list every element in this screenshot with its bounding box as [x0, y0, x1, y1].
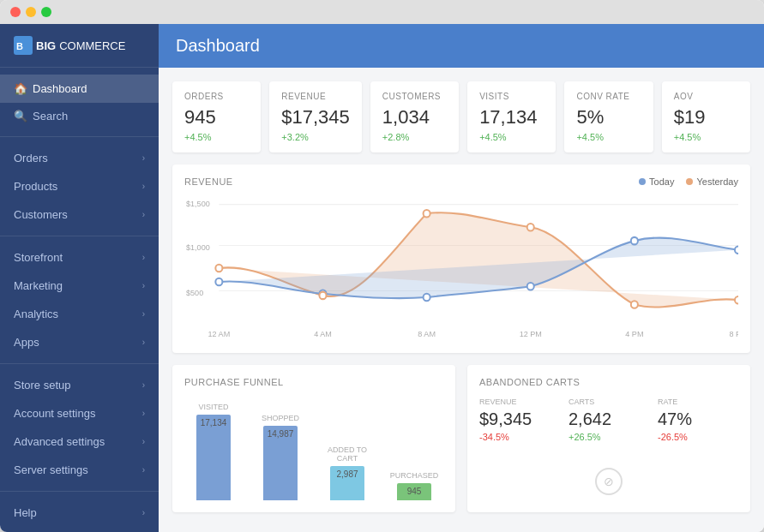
svg-point-13 [735, 247, 738, 254]
ab-carts-label: CARTS [568, 398, 649, 406]
chevron-right-icon: › [142, 437, 145, 446]
stats-row: ORDERS 945 +4.5% REVENUE $17,345 +3.2% C… [172, 81, 750, 152]
chevron-right-icon: › [142, 182, 145, 191]
sidebar-item-help[interactable]: Help › [0, 499, 159, 527]
chevron-right-icon: › [142, 281, 145, 290]
chevron-right-icon: › [142, 465, 145, 475]
orders-stat-value: 945 [184, 106, 249, 129]
sidebar-item-server-settings[interactable]: Server settings › [0, 456, 159, 484]
sidebar-item-orders[interactable]: Orders › [0, 144, 159, 172]
aov-stat-change: +4.5% [674, 132, 738, 142]
svg-point-10 [424, 294, 430, 302]
sidebar-item-advanced-settings[interactable]: Advanced settings › [0, 427, 159, 456]
chevron-right-icon: › [142, 380, 145, 390]
svg-text:8 PM: 8 PM [729, 329, 738, 338]
funnel-added-val: 2,987 [336, 469, 358, 479]
sidebar-item-storefront[interactable]: Storefront › [0, 243, 159, 272]
chevron-right-icon: › [142, 210, 145, 219]
revenue-chart-title: REVENUE [184, 176, 233, 187]
svg-point-18 [631, 301, 638, 308]
revenue-stat-value: $17,345 [281, 106, 350, 129]
abandoned-stat-rate: RATE 47% -26.5% [658, 398, 738, 442]
ab-revenue-label: REVENUE [479, 398, 560, 406]
orders-stat-change: +4.5% [184, 132, 249, 142]
sidebar-item-dashboard[interactable]: 🏠 Dashboard [0, 75, 159, 103]
revenue-stat-label: REVENUE [281, 92, 350, 101]
conv-rate-stat-change: +4.5% [576, 132, 641, 142]
sidebar-item-store-setup[interactable]: Store setup › [0, 371, 159, 399]
nav-divider-2 [0, 236, 159, 236]
legend-today: Today [639, 176, 674, 187]
abandoned-title: ABANDONED CARTS [479, 377, 738, 387]
chevron-right-icon: › [142, 409, 145, 418]
customers-stat-label: CUSTOMERS [382, 92, 447, 101]
sidebar-item-account-settings[interactable]: Account settings › [0, 399, 159, 427]
bottom-row: PURCHASE FUNNEL VISITED 17,134 [172, 365, 750, 512]
aov-stat-value: $19 [674, 106, 738, 129]
sidebar-search[interactable]: 🔍 Search [0, 103, 159, 129]
sidebar-item-customers[interactable]: Customers › [0, 200, 159, 229]
aov-stat-label: AOV [674, 92, 738, 101]
funnel-visited-label: VISITED [198, 403, 228, 411]
svg-point-14 [215, 265, 222, 272]
abandoned-stat-revenue: REVENUE $9,345 -34.5% [479, 398, 560, 442]
funnel-visited-bar: 17,134 [196, 415, 231, 500]
dashboard-icon: 🏠 [14, 82, 27, 95]
storefront-label: Storefront [14, 251, 63, 264]
sidebar-item-apps[interactable]: Apps › [0, 328, 159, 356]
nav-divider-3 [0, 363, 159, 364]
visits-stat-label: VISITS [479, 92, 544, 101]
ab-revenue-change: -34.5% [479, 432, 560, 442]
logo-commerce-text: COMMERCE [59, 39, 125, 52]
chevron-right-icon: › [142, 309, 145, 319]
svg-text:4 PM: 4 PM [625, 329, 643, 338]
advanced-settings-label: Advanced settings [14, 435, 105, 448]
svg-point-15 [319, 292, 326, 300]
close-dot[interactable] [10, 7, 21, 17]
ab-carts-value: 2,642 [568, 409, 649, 429]
main-body: ORDERS 945 +4.5% REVENUE $17,345 +3.2% C… [159, 68, 764, 532]
sidebar-navigation: 🏠 Dashboard 🔍 Search Orders › Products › [0, 68, 159, 532]
svg-text:12 PM: 12 PM [520, 329, 542, 338]
abandoned-cart-icon: ⊘ [595, 468, 623, 495]
sidebar-item-view-store[interactable]: View store ↗ [0, 527, 159, 532]
search-icon: 🔍 [14, 110, 27, 123]
visits-stat-change: +4.5% [479, 132, 544, 142]
svg-point-11 [527, 283, 534, 290]
svg-text:8 AM: 8 AM [418, 329, 436, 338]
maximize-dot[interactable] [41, 7, 51, 17]
chart-legend: Today Yesterday [639, 176, 738, 187]
nav-divider-1 [0, 136, 159, 137]
stat-card-aov: AOV $19 +4.5% [662, 81, 750, 152]
customers-label: Customers [14, 208, 68, 221]
ab-carts-change: +26.5% [568, 432, 649, 442]
chart-header: REVENUE Today Yesterday [184, 176, 738, 187]
chevron-right-icon: › [142, 153, 145, 163]
ab-rate-value: 47% [658, 409, 738, 429]
app-window: B BIGCOMMERCE 🏠 Dashboard 🔍 Search Order… [0, 0, 764, 532]
account-settings-label: Account settings [14, 407, 95, 420]
analytics-label: Analytics [14, 308, 58, 320]
sidebar-item-analytics[interactable]: Analytics › [0, 300, 159, 328]
funnel-shopped-bar: 14,987 [263, 426, 298, 500]
svg-point-17 [527, 224, 534, 231]
funnel-col-added: ADDED TO CART 2,987 [318, 445, 376, 500]
funnel-shopped-val: 14,987 [268, 429, 294, 439]
minimize-dot[interactable] [26, 7, 36, 17]
help-label: Help [14, 506, 37, 519]
funnel-title: PURCHASE FUNNEL [184, 377, 443, 387]
sidebar-item-marketing[interactable]: Marketing › [0, 272, 159, 300]
svg-text:4 AM: 4 AM [314, 329, 332, 338]
apps-label: Apps [14, 336, 39, 349]
today-dot [639, 178, 646, 185]
revenue-chart-area: $1,500 $1,000 $500 [184, 195, 738, 341]
sidebar-item-products[interactable]: Products › [0, 172, 159, 200]
revenue-stat-change: +3.2% [281, 132, 350, 142]
svg-point-12 [631, 237, 638, 245]
svg-text:12 AM: 12 AM [208, 329, 231, 338]
logo-big-text: BIG [36, 39, 56, 52]
sidebar-item-label: Dashboard [33, 82, 145, 95]
funnel-col-purchased: PURCHASED 945 [385, 471, 443, 500]
nav-divider-4 [0, 491, 159, 492]
search-label: Search [33, 110, 68, 123]
